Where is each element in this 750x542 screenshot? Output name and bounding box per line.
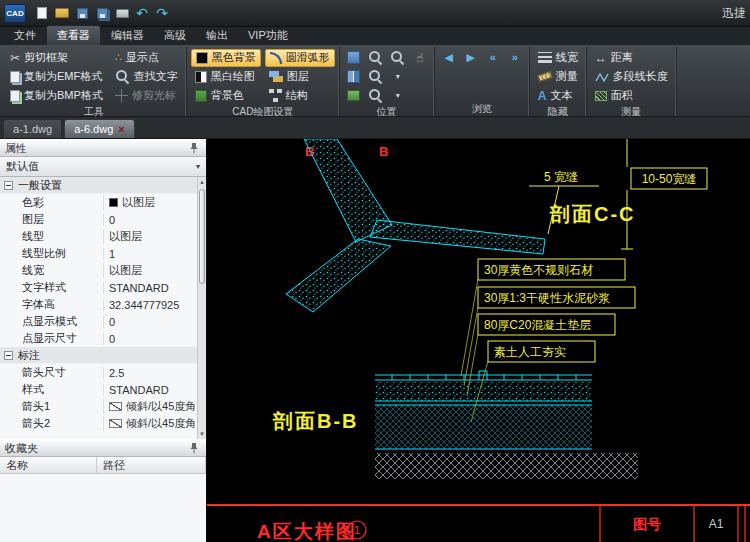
open-file-button[interactable] [52,3,72,23]
property-row-textheight[interactable]: 字体高32.344777925 [0,296,197,313]
show-points-button[interactable]: ∴显示点 [111,49,182,67]
property-grid: 一般设置 色彩以图层 图层0 线型以图层 线型比例1 线宽以图层 文字样式STA… [0,177,206,439]
area-button[interactable]: 面积 [591,87,637,105]
pan-button[interactable]: ☝ [410,49,430,67]
new-file-button[interactable] [32,3,52,23]
measure-toggle-button[interactable]: 测量 [534,68,582,86]
cad-drawing: B B 10-50宽缝 5 宽缝 剖面C-C 30厚黄色不规则石材 30厚1:3… [207,139,750,542]
undo-button[interactable]: ↶ [132,3,152,23]
paving-band-right [370,220,545,254]
doc-tab-a1[interactable]: a-1.dwg [3,119,62,138]
trim-cursor-button[interactable]: 修剪光标 [111,87,182,105]
ribbon-group-tools: ✂剪切框架 复制为EMF格式 复制为BMP格式 ∴显示点 查找文字 修剪光标 工… [2,47,187,116]
property-row-arrow2[interactable]: 箭头2倾斜/以45度角 [0,415,197,432]
collapse-icon[interactable] [4,181,13,190]
copy-emf-button[interactable]: 复制为EMF格式 [6,68,107,86]
first-view-button[interactable]: « [483,49,503,67]
property-row-arrow1[interactable]: 箭头1倾斜/以45度角 [0,398,197,415]
arrow-right-icon: ▶ [467,52,475,63]
scroll-up-icon[interactable]: ▴ [198,177,206,187]
property-row-textstyle[interactable]: 文字样式STANDARD [0,279,197,296]
fit-screen-button[interactable] [344,87,364,105]
bw-drawing-button[interactable]: 黑白绘图 [191,68,261,86]
chevron-down-icon: ▾ [396,72,400,81]
collapse-icon[interactable] [4,351,13,360]
copy-bmp-button[interactable]: 复制为BMP格式 [6,87,107,105]
zoom-extents-icon [368,88,383,103]
redo-button[interactable]: ↷ [152,3,172,23]
lineweight-icon [538,52,552,63]
app-logo-text: CAD [6,9,23,18]
doc-tab-a6[interactable]: a-6.dwg× [64,119,135,138]
viewports-icon [347,51,360,64]
note-concrete-label: 80厚C20混凝土垫层 [484,318,591,332]
favorites-col-name[interactable]: 名称 [0,457,97,473]
property-row-pdsize[interactable]: 点显示尺寸0 [0,330,197,347]
color-swatch [109,198,118,207]
text-a-icon: A [538,90,547,102]
viewports-split-button[interactable] [344,68,364,86]
property-section-general[interactable]: 一般设置 [0,177,197,194]
favorites-columns: 名称 路径 [0,457,206,474]
ribbon-group-measure: ↔距离 多段线长度 面积 测量 [587,47,677,116]
menu-tab-editor[interactable]: 编辑器 [101,26,154,45]
scrollbar-thumb[interactable] [199,189,205,284]
property-row-layer[interactable]: 图层0 [0,211,197,228]
background-color-button[interactable]: 背景色 [191,87,261,105]
properties-panel: 属性 默认值 ▾ 一般设置 色彩以图层 图层0 线型以图层 线型比例1 线宽以图… [0,139,207,542]
text-toggle-button[interactable]: A文本 [534,87,577,105]
last-view-button[interactable]: » [505,49,525,67]
lineweight-toggle-button[interactable]: 线宽 [534,49,582,67]
favorites-list[interactable] [0,474,206,542]
distance-button[interactable]: ↔距离 [591,49,637,67]
note-soil-label: 素土人工夯实 [494,345,566,359]
next-view-button[interactable]: ▶ [461,49,481,67]
zoom-in-button[interactable] [366,49,386,67]
polyline-length-button[interactable]: 多段线长度 [591,68,672,86]
pin-icon[interactable] [187,141,201,155]
print-button[interactable] [112,3,132,23]
property-grid-scrollbar[interactable]: ▴ ▾ [197,177,206,439]
favorites-col-path[interactable]: 路径 [97,457,206,473]
app-logo: CAD [4,4,26,23]
drawing-canvas[interactable]: B B 10-50宽缝 5 宽缝 剖面C-C 30厚黄色不规则石材 30厚1:3… [207,139,750,542]
favorites-panel-title: 收藏夹 [5,441,38,456]
property-row-lineweight[interactable]: 线宽以图层 [0,262,197,279]
property-row-linetype[interactable]: 线型以图层 [0,228,197,245]
find-text-button[interactable]: 查找文字 [111,68,182,86]
ribbon-group-hide: 线宽 测量 A文本 隐藏 [530,47,587,116]
close-tab-icon[interactable]: × [118,124,124,135]
property-row-ltscale[interactable]: 线型比例1 [0,245,197,262]
preset-dropdown[interactable]: 默认值 ▾ [0,157,206,177]
layers-button[interactable]: 图层 [265,68,335,86]
pin-icon[interactable] [187,441,201,455]
zoom-window-button[interactable] [388,49,408,67]
menu-tab-file[interactable]: 文件 [4,26,46,45]
property-section-dimension[interactable]: 标注 [0,347,197,364]
sheet-number: A1 [709,517,724,531]
zoom-out-button[interactable] [366,68,386,86]
save-button[interactable] [72,3,92,23]
property-row-dimstyle[interactable]: 样式STANDARD [0,381,197,398]
smooth-arc-button[interactable]: 圆滑弧形 [265,49,335,67]
menu-tab-viewer[interactable]: 查看器 [46,25,101,45]
menu-tab-vip[interactable]: VIP功能 [238,26,298,45]
menu-tab-output[interactable]: 输出 [196,26,238,45]
zoom-options-button[interactable]: ▾ [388,68,408,86]
ribbon: ✂剪切框架 复制为EMF格式 复制为BMP格式 ∴显示点 查找文字 修剪光标 工… [0,45,750,117]
scroll-down-icon[interactable]: ▾ [198,429,206,439]
property-row-pdmode[interactable]: 点显示模式0 [0,313,197,330]
prev-view-button[interactable]: ◀ [439,49,459,67]
property-row-arrowsize[interactable]: 箭头尺寸2.5 [0,364,197,381]
save-all-button[interactable] [92,3,112,23]
zoom-extents-button[interactable] [366,87,386,105]
menu-tab-advanced[interactable]: 高级 [154,26,196,45]
property-row-color[interactable]: 色彩以图层 [0,194,197,211]
view-options-button[interactable]: ▾ [388,87,408,105]
black-background-button[interactable]: 黑色背景 [191,49,261,67]
note-mortar-label: 30厚1:3干硬性水泥砂浆 [484,291,610,305]
viewports-button[interactable] [344,49,364,67]
section-cc-title: 剖面C-C [549,203,636,225]
structure-button[interactable]: 结构 [265,87,335,105]
cut-frame-button[interactable]: ✂剪切框架 [6,49,107,67]
